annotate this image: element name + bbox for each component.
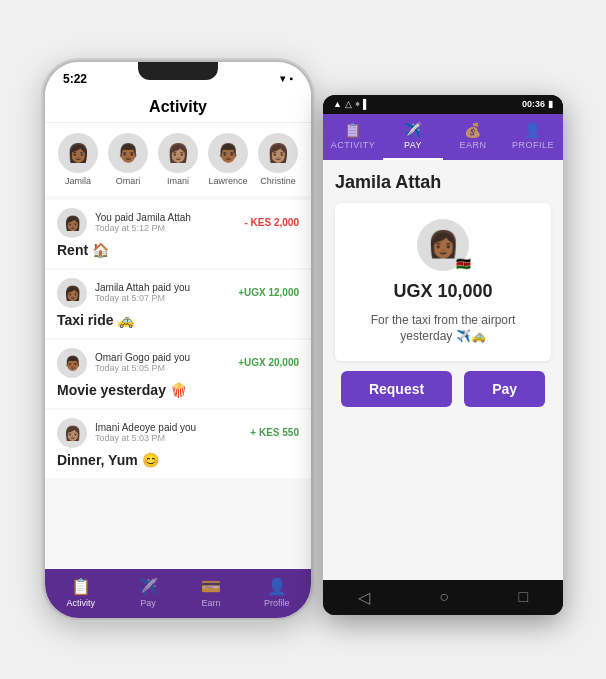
android-content: Jamila Attah 👩🏾 🇰🇪 UGX 10,000 For the ta… — [323, 160, 563, 580]
activity-amount: +UGX 12,000 — [238, 287, 299, 298]
avatar-row: 👩🏾 Jamila 👨🏾 Omari 👩🏽 Imani 👨🏾 Lawrence … — [45, 123, 311, 196]
activity-row: 👨🏾 Omari Gogo paid you Today at 5:05 PM … — [57, 348, 299, 378]
android-screen: 📋 ACTIVITY ✈️ PAY 💰 EARN 👤 PROFILE Jamil… — [323, 114, 563, 580]
wifi-icon: ▾ — [280, 73, 285, 84]
battery-icon: ▪ — [289, 73, 293, 84]
avatar-circle: 👨🏾 — [208, 133, 248, 173]
avatar-item[interactable]: 👩🏾 Jamila — [57, 133, 99, 186]
avatar-name: Omari — [116, 176, 141, 186]
nav-item-earn[interactable]: 💳 Earn — [201, 577, 221, 608]
nav-label: Profile — [264, 598, 290, 608]
list-item[interactable]: 👩🏾 You paid Jamila Attah Today at 5:12 P… — [45, 200, 311, 268]
avatar-circle: 👩🏽 — [258, 133, 298, 173]
list-item[interactable]: 👩🏾 Jamila Attah paid you Today at 5:07 P… — [45, 270, 311, 338]
nav-item-profile[interactable]: 👤 Profile — [264, 577, 290, 608]
tab-earn[interactable]: 💰 EARN — [443, 114, 503, 160]
activity-row: 👩🏾 Jamila Attah paid you Today at 5:07 P… — [57, 278, 299, 308]
android-back-btn[interactable]: ◁ — [358, 588, 370, 607]
tab-icon: 💰 — [447, 122, 499, 138]
pay-avatar: 👩🏾 🇰🇪 — [417, 219, 469, 271]
android-nav-bar: ◁ ○ □ — [323, 580, 563, 615]
avatar-name: Christine — [260, 176, 296, 186]
nav-icon: 📋 — [71, 577, 91, 596]
activity-time: Today at 5:05 PM — [95, 363, 230, 373]
list-item[interactable]: 👨🏾 Omari Gogo paid you Today at 5:05 PM … — [45, 340, 311, 408]
avatar-name: Jamila — [65, 176, 91, 186]
iphone-shell: 5:22 ▾ ▪ Activity 👩🏾 Jamila 👨🏾 Omari 👩🏽 … — [43, 60, 313, 620]
tab-icon: ✈️ — [387, 122, 439, 138]
avatar-name: Lawrence — [208, 176, 247, 186]
activity-text: Imani Adeoye paid you Today at 5:03 PM — [95, 422, 242, 443]
list-item[interactable]: 👩🏽 Imani Adeoye paid you Today at 5:03 P… — [45, 410, 311, 478]
android-status-bar: ▲ △ ⌖ ▌ 00:36 ▮ — [323, 95, 563, 114]
avatar-item[interactable]: 👨🏾 Omari — [107, 133, 149, 186]
avatar-item[interactable]: 👩🏽 Imani — [157, 133, 199, 186]
nav-item-pay[interactable]: ✈️ Pay — [138, 577, 158, 608]
nav-icon: 👤 — [267, 577, 287, 596]
request-button[interactable]: Request — [341, 371, 452, 407]
activity-desc: Imani Adeoye paid you — [95, 422, 242, 433]
avatar-item[interactable]: 👨🏾 Lawrence — [207, 133, 249, 186]
tab-icon: 👤 — [507, 122, 559, 138]
tab-activity[interactable]: 📋 ACTIVITY — [323, 114, 383, 160]
pay-flag: 🇰🇪 — [456, 257, 471, 271]
iphone-status-icons: ▾ ▪ — [280, 73, 293, 84]
android-tab-bar[interactable]: 📋 ACTIVITY ✈️ PAY 💰 EARN 👤 PROFILE — [323, 114, 563, 160]
pay-card: 👩🏾 🇰🇪 UGX 10,000 For the taxi from the a… — [335, 203, 551, 362]
avatar-item[interactable]: 👩🏽 Christine — [257, 133, 299, 186]
activity-label: Taxi ride 🚕 — [57, 312, 299, 332]
activity-text: Jamila Attah paid you Today at 5:07 PM — [95, 282, 230, 303]
activity-list[interactable]: 👩🏾 You paid Jamila Attah Today at 5:12 P… — [45, 196, 311, 569]
tab-icon: 📋 — [327, 122, 379, 138]
pay-amount: UGX 10,000 — [393, 281, 492, 302]
android-recent-btn[interactable]: □ — [519, 588, 529, 606]
recipient-name: Jamila Attah — [335, 172, 551, 193]
activity-avatar: 👩🏽 — [57, 418, 87, 448]
avatar-circle: 👨🏾 — [108, 133, 148, 173]
activity-row: 👩🏽 Imani Adeoye paid you Today at 5:03 P… — [57, 418, 299, 448]
iphone-header: Activity — [45, 90, 311, 123]
activity-avatar: 👨🏾 — [57, 348, 87, 378]
iphone-bottom-nav: 📋 Activity ✈️ Pay 💳 Earn 👤 Profile — [45, 569, 311, 618]
avatar-name: Imani — [167, 176, 189, 186]
nav-icon: ⌖ — [355, 99, 360, 110]
nav-item-activity[interactable]: 📋 Activity — [66, 577, 95, 608]
tab-pay[interactable]: ✈️ PAY — [383, 114, 443, 160]
nav-label: Activity — [66, 598, 95, 608]
avatar-circle: 👩🏽 — [158, 133, 198, 173]
activity-desc: Jamila Attah paid you — [95, 282, 230, 293]
activity-time: Today at 5:12 PM — [95, 223, 237, 233]
iphone-time: 5:22 — [63, 72, 87, 86]
activity-text: You paid Jamila Attah Today at 5:12 PM — [95, 212, 237, 233]
signal-icon: ▌ — [363, 99, 369, 109]
activity-amount: + KES 550 — [250, 427, 299, 438]
nav-label: Earn — [201, 598, 220, 608]
activity-amount: +UGX 20,000 — [238, 357, 299, 368]
android-shell: ▲ △ ⌖ ▌ 00:36 ▮ 📋 ACTIVITY ✈️ PAY 💰 EARN… — [323, 95, 563, 615]
activity-avatar: 👩🏾 — [57, 208, 87, 238]
iphone-screen: Activity 👩🏾 Jamila 👨🏾 Omari 👩🏽 Imani 👨🏾 … — [45, 90, 311, 618]
tab-profile[interactable]: 👤 PROFILE — [503, 114, 563, 160]
activity-amount: - KES 2,000 — [245, 217, 299, 228]
android-home-btn[interactable]: ○ — [439, 588, 449, 606]
triangle-icon: ▲ — [333, 99, 342, 109]
nav-icon: ✈️ — [138, 577, 158, 596]
android-status-left: ▲ △ ⌖ ▌ — [333, 99, 369, 110]
activity-text: Omari Gogo paid you Today at 5:05 PM — [95, 352, 230, 373]
android-status-right: 00:36 ▮ — [522, 99, 553, 109]
nav-label: Pay — [140, 598, 156, 608]
pay-button[interactable]: Pay — [464, 371, 545, 407]
iphone-title: Activity — [149, 98, 207, 115]
activity-label: Dinner, Yum 😊 — [57, 452, 299, 472]
iphone-notch — [138, 62, 218, 80]
activity-desc: You paid Jamila Attah — [95, 212, 237, 223]
pay-note: For the taxi from the airport yesterday … — [351, 312, 535, 346]
activity-time: Today at 5:03 PM — [95, 433, 242, 443]
activity-avatar: 👩🏾 — [57, 278, 87, 308]
nav-icon: 💳 — [201, 577, 221, 596]
activity-desc: Omari Gogo paid you — [95, 352, 230, 363]
pay-avatar-emoji: 👩🏾 — [427, 229, 459, 260]
alert-icon: △ — [345, 99, 352, 109]
activity-row: 👩🏾 You paid Jamila Attah Today at 5:12 P… — [57, 208, 299, 238]
pay-buttons: Request Pay — [335, 371, 551, 407]
